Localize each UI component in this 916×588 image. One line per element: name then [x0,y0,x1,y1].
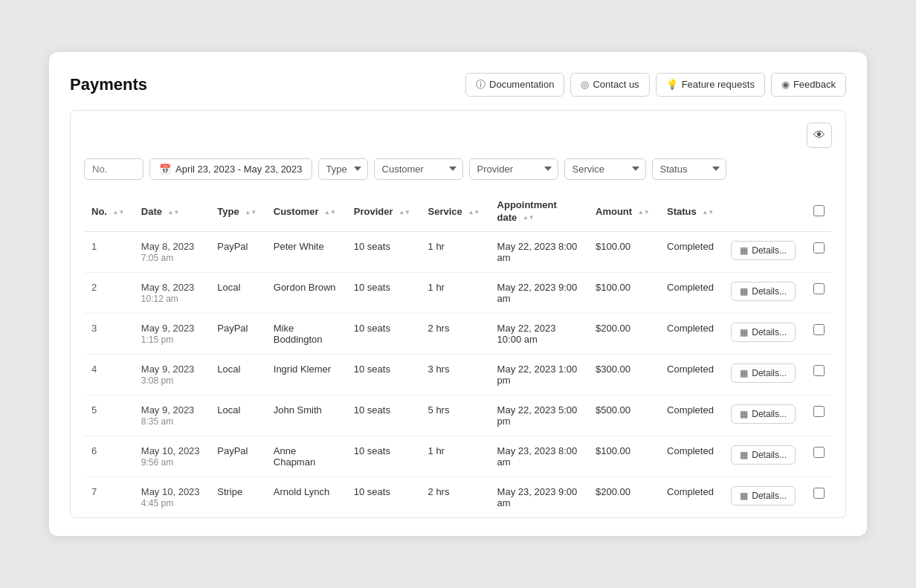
cell-amount: $100.00 [588,436,659,477]
cell-no: 7 [84,477,134,518]
table-row: 3May 9, 20231:15 pmPayPalMikeBoddington1… [84,314,832,355]
cell-provider: 10 seats [346,314,421,355]
cell-actions: ▦Details... [723,355,806,395]
cell-checkbox [806,477,832,518]
col-header-service[interactable]: Service ▲▼ [421,193,490,232]
col-header-actions [723,193,806,232]
details-button[interactable]: ▦Details... [731,364,796,383]
cell-no: 1 [84,232,134,273]
cell-checkbox [806,355,832,395]
col-header-amount[interactable]: Amount ▲▼ [588,193,659,232]
service-filter-select[interactable]: Service [564,158,646,180]
details-button[interactable]: ▦Details... [731,445,796,465]
cell-status: Completed [659,232,723,273]
row-checkbox[interactable] [813,488,825,499]
cell-type: PayPal [210,314,266,355]
header-buttons: ⓘ Documentation ◎ Contact us 💡 Feature r… [465,73,846,97]
documentation-button[interactable]: ⓘ Documentation [465,73,564,97]
cell-appointment-date: May 23, 2023 8:00am [490,436,588,477]
cell-date: May 9, 20231:15 pm [134,314,210,355]
col-header-appointment-date[interactable]: Appointmentdate ▲▼ [490,193,588,232]
sort-arrows-type: ▲▼ [245,209,257,216]
cell-no: 3 [84,314,134,355]
cell-customer: John Smith [266,395,346,436]
cell-actions: ▦Details... [723,395,806,436]
list-icon: ▦ [740,286,748,297]
list-icon: ▦ [740,409,748,419]
feedback-icon: ◉ [781,79,790,90]
details-button[interactable]: ▦Details... [731,486,796,505]
cell-service: 2 hrs [421,477,490,518]
page-header: Payments ⓘ Documentation ◎ Contact us 💡 … [70,73,846,97]
provider-filter-select[interactable]: Provider [469,158,558,180]
table-row: 7May 10, 20234:45 pmStripeArnold Lynch10… [84,477,832,518]
date-range-filter[interactable]: 📅 April 23, 2023 - May 23, 2023 [149,158,312,180]
lightbulb-icon: 💡 [666,79,678,90]
table-row: 5May 9, 20238:35 amLocalJohn Smith10 sea… [84,395,832,436]
list-icon: ▦ [740,368,748,378]
row-checkbox[interactable] [813,365,825,376]
feature-requests-button[interactable]: 💡 Feature requests [656,73,765,97]
cell-customer: Arnold Lynch [266,477,346,518]
cell-customer: Ingrid Klemer [266,355,346,395]
col-header-status[interactable]: Status ▲▼ [659,193,723,232]
cell-service: 5 hrs [421,395,490,436]
cell-date: May 9, 20233:08 pm [134,355,210,395]
cell-customer: AnneChapman [266,436,346,477]
details-button[interactable]: ▦Details... [731,323,796,342]
type-filter-select[interactable]: Type [318,158,368,180]
cell-checkbox [806,273,832,314]
status-filter-select[interactable]: Status [652,158,726,180]
sort-arrows-provider: ▲▼ [399,209,410,216]
date-range-value: April 23, 2023 - May 23, 2023 [175,164,303,175]
cell-appointment-date: May 22, 202310:00 am [490,314,588,355]
row-checkbox[interactable] [813,447,825,458]
details-button[interactable]: ▦Details... [731,241,796,260]
eye-icon: 👁 [813,129,825,142]
cell-status: Completed [659,355,723,395]
no-filter-input[interactable] [84,158,143,180]
row-checkbox[interactable] [813,242,825,253]
col-header-checkbox[interactable] [806,193,832,232]
col-header-type[interactable]: Type ▲▼ [210,193,266,232]
cell-status: Completed [659,314,723,355]
cell-status: Completed [659,436,723,477]
contact-us-button[interactable]: ◎ Contact us [570,73,649,97]
sort-arrows-customer: ▲▼ [324,209,336,216]
col-header-provider[interactable]: Provider ▲▼ [346,193,421,232]
sort-arrows-date: ▲▼ [168,209,180,216]
cell-actions: ▦Details... [723,273,806,314]
cell-no: 2 [84,273,134,314]
row-checkbox[interactable] [813,406,825,417]
toolbar: 👁 [84,123,832,148]
row-checkbox[interactable] [813,324,825,335]
row-checkbox[interactable] [813,283,825,294]
list-icon: ▦ [740,491,748,501]
visibility-toggle-button[interactable]: 👁 [807,123,832,148]
sort-arrows-amount: ▲▼ [638,209,650,216]
feedback-button[interactable]: ◉ Feedback [771,73,846,97]
details-button[interactable]: ▦Details... [731,404,796,424]
cell-amount: $100.00 [588,273,659,314]
cell-provider: 10 seats [346,355,421,395]
contact-us-label: Contact us [593,79,639,90]
cell-actions: ▦Details... [723,232,806,273]
cell-service: 1 hr [421,273,490,314]
col-header-no[interactable]: No. ▲▼ [84,193,134,232]
col-header-customer[interactable]: Customer ▲▼ [266,193,346,232]
page-title: Payments [70,75,147,94]
cell-date: May 10, 20234:45 pm [134,477,210,518]
col-header-date[interactable]: Date ▲▼ [134,193,210,232]
cell-service: 3 hrs [421,355,490,395]
cell-checkbox [806,314,832,355]
payments-table: No. ▲▼ Date ▲▼ Type ▲▼ Customer ▲▼ [84,193,832,518]
cell-type: PayPal [210,232,266,273]
select-all-checkbox[interactable] [813,205,825,216]
cell-date: May 9, 20238:35 am [134,395,210,436]
sort-arrows-no: ▲▼ [113,209,125,216]
details-button[interactable]: ▦Details... [731,282,796,301]
cell-provider: 10 seats [346,232,421,273]
cell-appointment-date: May 22, 2023 8:00am [490,232,588,273]
cell-provider: 10 seats [346,436,421,477]
customer-filter-select[interactable]: Customer [374,158,463,180]
